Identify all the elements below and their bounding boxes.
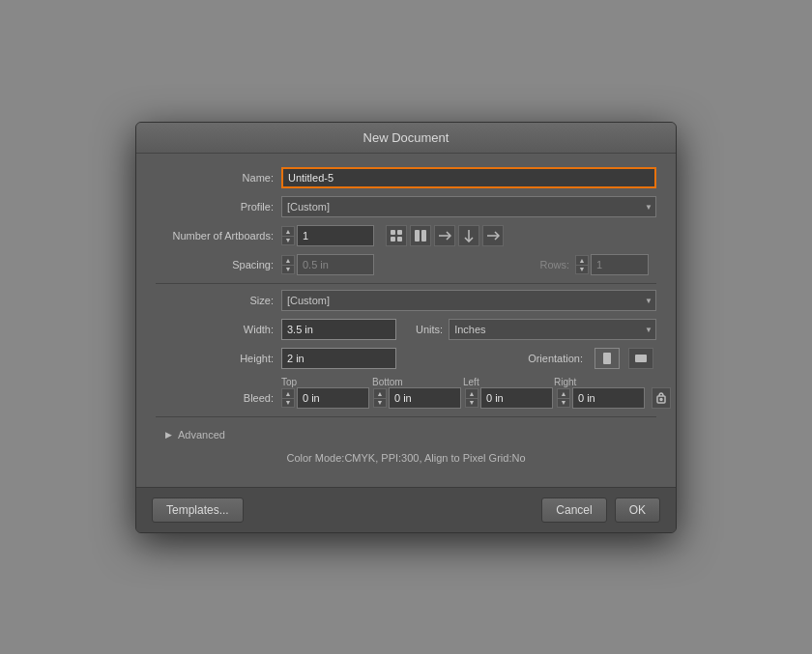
artboards-up-arrow[interactable]: ▲: [281, 226, 295, 236]
move-right-icon[interactable]: [482, 225, 504, 246]
advanced-triangle-icon: ▶: [165, 430, 172, 440]
svg-rect-3: [397, 237, 402, 242]
bleed-bottom-arrows: ▲ ▼: [373, 388, 387, 408]
bleed-section: Top Bottom Left Right Bleed: ▲ ▼: [156, 377, 656, 409]
spacing-stepper: ▲ ▼: [281, 254, 374, 275]
bleed-bottom-input[interactable]: [389, 387, 461, 409]
bleed-top-up[interactable]: ▲: [281, 388, 295, 398]
footer-right: Cancel OK: [541, 498, 660, 523]
rows-up-arrow[interactable]: ▲: [575, 255, 589, 265]
spacing-label: Spacing:: [156, 259, 281, 270]
spacing-up-arrow[interactable]: ▲: [281, 255, 295, 265]
artboard-layout-icons: [386, 225, 504, 246]
divider-1: [156, 283, 656, 284]
cancel-button[interactable]: Cancel: [541, 498, 606, 523]
rows-stepper: ▲ ▼: [575, 254, 649, 275]
height-section: Height:: [156, 348, 396, 369]
portrait-orientation-btn[interactable]: [594, 348, 620, 369]
artboards-label: Number of Artboards:: [156, 230, 281, 242]
bleed-left-field: ▲ ▼: [465, 387, 553, 409]
bleed-link-btn[interactable]: [652, 387, 671, 409]
width-section: Width:: [156, 319, 396, 340]
templates-button[interactable]: Templates...: [152, 498, 244, 523]
bleed-top-arrows: ▲ ▼: [281, 388, 295, 408]
bleed-left-arrows: ▲ ▼: [465, 388, 478, 408]
profile-select-wrapper: [Custom] ▼: [281, 196, 656, 217]
height-orientation-row: Height: Orientation:: [156, 348, 656, 369]
color-mode-info: Color Mode:CMYK, PPI:300, Align to Pixel…: [287, 452, 526, 464]
footer-left: Templates...: [152, 498, 244, 523]
units-select[interactable]: Inches Pixels Points Picas Centimeters M…: [449, 319, 656, 340]
bleed-right-field: ▲ ▼: [557, 387, 645, 409]
info-text: Color Mode:CMYK, PPI:300, Align to Pixel…: [156, 446, 656, 473]
spacing-down-arrow[interactable]: ▼: [281, 265, 295, 274]
spacing-arrows: ▲ ▼: [281, 255, 295, 274]
units-section: Units: Inches Pixels Points Picas Centim…: [396, 319, 656, 340]
bleed-label: Bleed:: [156, 392, 281, 404]
grid-by-col-icon[interactable]: [410, 225, 431, 246]
artboards-arrows: ▲ ▼: [281, 226, 295, 245]
bleed-top-down[interactable]: ▼: [281, 398, 295, 408]
bleed-bottom-header: Bottom: [372, 377, 459, 387]
width-input[interactable]: [281, 319, 396, 340]
bleed-bottom-field: ▲ ▼: [373, 387, 461, 409]
artboards-down-arrow[interactable]: ▼: [281, 236, 295, 245]
grid-by-row-icon[interactable]: [386, 225, 407, 246]
advanced-section[interactable]: ▶ Advanced: [156, 423, 656, 446]
landscape-orientation-btn[interactable]: [628, 348, 653, 369]
dialog-titlebar: New Document: [136, 123, 676, 154]
bleed-left-input[interactable]: [480, 387, 553, 409]
bleed-right-up[interactable]: ▲: [557, 388, 570, 398]
name-row: Name:: [156, 167, 656, 188]
svg-rect-1: [397, 230, 402, 235]
bleed-col-headers: Top Bottom Left Right: [281, 377, 656, 387]
size-select[interactable]: [Custom]: [281, 290, 656, 311]
rows-input[interactable]: [591, 254, 649, 275]
new-document-dialog: New Document Name: Profile: [Custom] ▼ N…: [135, 122, 677, 533]
height-input[interactable]: [281, 348, 396, 369]
bleed-right-arrows: ▲ ▼: [557, 388, 570, 408]
svg-rect-0: [391, 230, 395, 235]
bleed-right-input[interactable]: [572, 387, 645, 409]
svg-rect-2: [391, 237, 395, 242]
size-label: Size:: [156, 295, 281, 306]
artboards-input[interactable]: [297, 225, 374, 246]
bleed-bottom-down[interactable]: ▼: [373, 398, 387, 408]
bleed-right-header: Right: [554, 377, 641, 387]
artboards-row: Number of Artboards: ▲ ▼: [156, 225, 656, 246]
svg-point-12: [660, 398, 662, 400]
move-down-icon[interactable]: [458, 225, 479, 246]
profile-row: Profile: [Custom] ▼: [156, 196, 656, 217]
rows-section: Rows: ▲ ▼: [382, 254, 656, 275]
svg-rect-4: [415, 230, 420, 242]
svg-rect-5: [421, 230, 426, 242]
bleed-inputs: ▲ ▼ ▲ ▼ ▲: [281, 387, 671, 409]
artboards-stepper: ▲ ▼: [281, 225, 374, 246]
arrange-by-row-icon[interactable]: [434, 225, 455, 246]
spacing-row: Spacing: ▲ ▼ Rows: ▲ ▼: [156, 254, 656, 275]
size-select-wrapper: [Custom] ▼: [281, 290, 656, 311]
ok-button[interactable]: OK: [615, 498, 660, 523]
units-select-wrapper: Inches Pixels Points Picas Centimeters M…: [449, 319, 656, 340]
spacing-input[interactable]: [297, 254, 374, 275]
orientation-section: Orientation:: [396, 348, 656, 369]
svg-rect-9: [603, 353, 611, 364]
name-label: Name:: [156, 172, 281, 184]
name-input[interactable]: [281, 167, 656, 188]
bleed-bottom-up[interactable]: ▲: [373, 388, 387, 398]
width-units-row: Width: Units: Inches Pixels Points Picas…: [156, 319, 656, 340]
svg-rect-10: [635, 355, 647, 362]
rows-down-arrow[interactable]: ▼: [575, 265, 589, 274]
dialog-body: Name: Profile: [Custom] ▼ Number of Artb…: [136, 154, 676, 487]
profile-select[interactable]: [Custom]: [281, 196, 656, 217]
advanced-label: Advanced: [178, 429, 225, 441]
bleed-right-down[interactable]: ▼: [557, 398, 570, 408]
rows-arrows: ▲ ▼: [575, 255, 589, 274]
bleed-top-input[interactable]: [297, 387, 369, 409]
bleed-left-up[interactable]: ▲: [465, 388, 478, 398]
bleed-left-down[interactable]: ▼: [465, 398, 478, 408]
bleed-top-header: Top: [281, 377, 368, 387]
divider-2: [156, 416, 656, 417]
dialog-title: New Document: [363, 130, 450, 145]
width-label: Width:: [156, 324, 281, 335]
